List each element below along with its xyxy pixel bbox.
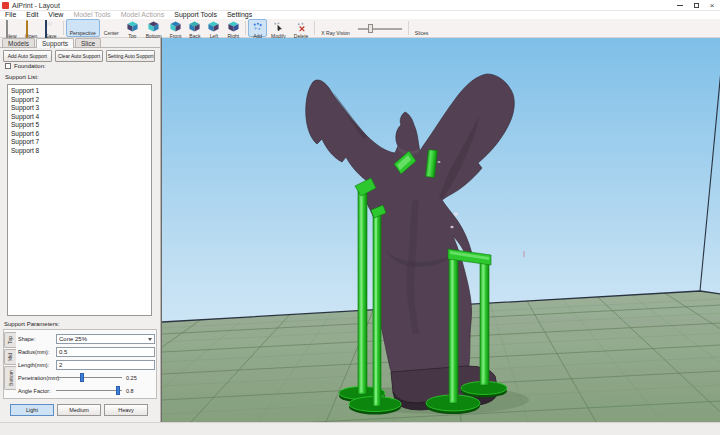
minimize-icon <box>677 5 683 6</box>
cube-back-icon <box>189 21 200 32</box>
front-view-button[interactable]: Front <box>166 19 186 37</box>
delete-icon <box>296 21 307 32</box>
segment-tab-mid[interactable]: Mid <box>4 349 16 365</box>
xray-slider-track <box>358 28 402 30</box>
menu-view[interactable]: View <box>43 11 68 19</box>
tab-supports[interactable]: Supports <box>36 38 74 48</box>
support-list-item[interactable]: Support 1 <box>11 87 151 96</box>
toolbar-separator <box>408 21 409 35</box>
save-button[interactable]: Save <box>41 19 60 37</box>
open-folder-icon <box>26 20 28 39</box>
new-button[interactable]: New <box>2 19 21 37</box>
support-listbox[interactable]: Support 1 Support 2 Support 3 Support 4 … <box>7 84 152 316</box>
add-auto-support-button[interactable]: Add Auto Support <box>3 50 52 62</box>
support-list-item[interactable]: Support 3 <box>11 104 151 113</box>
angle-factor-slider-thumb[interactable] <box>116 386 120 395</box>
xray-vision-button[interactable]: X Ray Vision <box>317 19 354 37</box>
segment-tab-bottom[interactable]: Bottom <box>4 366 16 390</box>
angle-factor-value: 0.8 <box>126 388 134 394</box>
xray-opacity-slider[interactable] <box>358 23 402 34</box>
toolbar-separator <box>314 21 315 35</box>
menu-settings[interactable]: Settings <box>222 11 257 19</box>
shape-value: Cone 25% <box>59 336 87 342</box>
app-logo-icon <box>2 2 9 9</box>
top-view-button[interactable]: Top <box>123 19 142 37</box>
maximize-button[interactable] <box>688 0 704 11</box>
support-list-item[interactable]: Support 8 <box>11 147 151 156</box>
penetration-row: Penetration(mm): 0.25 <box>18 372 156 383</box>
close-icon: × <box>710 2 715 10</box>
radius-input[interactable]: 0.5 <box>56 347 155 357</box>
cube-right-icon <box>228 21 239 32</box>
shape-label: Shape: <box>18 336 56 342</box>
support-parameters-title: Support Parameters: <box>4 321 59 327</box>
menu-model-actions: Model Actions <box>116 11 170 19</box>
menu-edit[interactable]: Edit <box>21 11 43 19</box>
toolbar: New Open Save Perspective Center Top Bot… <box>0 19 720 38</box>
density-heavy-button[interactable]: Heavy <box>104 404 148 416</box>
support-list-item[interactable]: Support 5 <box>11 121 151 130</box>
delete-support-button[interactable]: Delete <box>290 19 312 37</box>
menu-support-tools[interactable]: Support Tools <box>169 11 222 19</box>
open-button[interactable]: Open <box>21 19 41 37</box>
menu-file[interactable]: File <box>0 11 21 19</box>
penetration-slider-track <box>56 377 122 378</box>
chevron-down-icon <box>148 338 152 341</box>
angle-factor-slider[interactable] <box>56 386 122 395</box>
cube-front-icon <box>170 21 181 32</box>
support-list-item[interactable]: Support 7 <box>11 138 151 147</box>
toolbar-separator <box>63 21 64 35</box>
left-panel: Models Supports Slice Add Auto Support C… <box>0 38 161 422</box>
foundation-option: Foundation: <box>5 63 46 69</box>
slices-button[interactable]: Slices <box>411 19 432 37</box>
support-list-item[interactable]: Support 2 <box>11 96 151 105</box>
penetration-value: 0.25 <box>126 375 137 381</box>
close-button[interactable]: × <box>704 0 720 11</box>
back-view-button[interactable]: Back <box>185 19 204 37</box>
new-file-icon <box>6 20 8 39</box>
tab-slice[interactable]: Slice <box>75 38 101 47</box>
penetration-slider[interactable] <box>56 373 122 382</box>
foundation-label: Foundation: <box>14 63 46 69</box>
length-row: Length(mm): 2 <box>18 359 156 370</box>
xray-slider-thumb[interactable] <box>368 24 373 33</box>
setting-auto-support-button[interactable]: Setting Auto Support <box>106 50 155 62</box>
center-button[interactable]: Center <box>100 19 123 37</box>
cube-left-icon <box>208 21 219 32</box>
auto-support-actions: Add Auto Support Clear Auto Support Sett… <box>3 50 155 62</box>
length-label: Length(mm): <box>18 362 56 368</box>
shape-select[interactable]: Cone 25% <box>56 334 155 344</box>
radius-label: Radius(mm): <box>18 349 56 355</box>
support-list-label: Support List: <box>5 74 39 80</box>
right-view-button[interactable]: Right <box>223 19 243 37</box>
bottom-view-button[interactable]: Bottom <box>142 19 166 37</box>
perspective-button[interactable]: Perspective <box>66 19 100 37</box>
window-controls: × <box>672 0 720 11</box>
segment-tabs: Top Mid Bottom <box>4 332 16 391</box>
clear-auto-support-button[interactable]: Clear Auto Support <box>55 50 104 62</box>
support-list-item[interactable]: Support 4 <box>11 113 151 122</box>
left-view-button[interactable]: Left <box>204 19 223 37</box>
viewport-3d[interactable] <box>161 38 720 422</box>
modify-support-button[interactable]: Modify <box>267 19 290 37</box>
cube-top-icon <box>127 21 138 32</box>
foundation-checkbox[interactable] <box>5 63 11 69</box>
panel-tabstrip: Models Supports Slice <box>0 38 160 48</box>
cube-bottom-icon <box>148 21 159 32</box>
support-parameters-box: Top Mid Bottom Shape: Cone 25% Radius(mm… <box>3 329 157 399</box>
title-bar[interactable]: AiPrint - Layout × <box>0 0 720 11</box>
density-buttons: Light Medium Heavy <box>10 404 148 416</box>
length-input[interactable]: 2 <box>56 360 155 370</box>
density-medium-button[interactable]: Medium <box>57 404 101 416</box>
density-light-button[interactable]: Light <box>10 404 54 416</box>
support-list-item[interactable]: Support 6 <box>11 130 151 139</box>
maximize-icon <box>694 3 699 8</box>
penetration-slider-thumb[interactable] <box>80 373 84 382</box>
scene-3d <box>162 38 720 422</box>
segment-tab-top[interactable]: Top <box>4 332 16 348</box>
tab-models[interactable]: Models <box>2 38 35 47</box>
modify-cursor-icon <box>273 21 284 32</box>
add-support-button[interactable]: Add <box>248 19 267 37</box>
minimize-button[interactable] <box>672 0 688 11</box>
menu-model-tools: Model Tools <box>68 11 115 19</box>
